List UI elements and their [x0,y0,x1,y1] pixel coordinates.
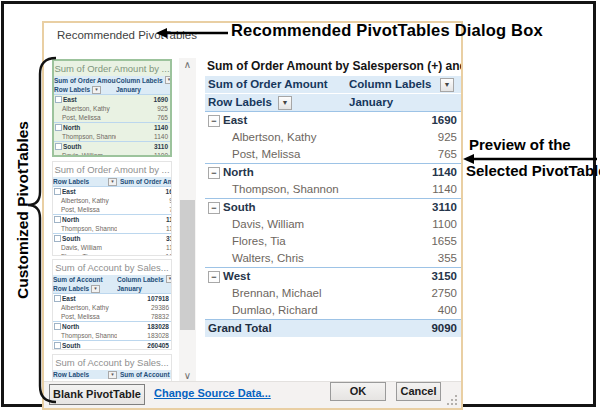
row-value: 925 [116,104,170,113]
row-value: 78832 [117,312,171,321]
row-label: West [223,268,250,285]
thumbnail-table-row: East 1690 [54,94,170,104]
thumbnail-sum-order-amount-flat[interactable]: Sum of Order Amount by ... Row Labels▾ S… [52,161,172,256]
row-value: 3150 [349,268,461,285]
row-label: Flores, Tia [61,252,91,256]
preview-table-row: −West 3150 [205,267,461,285]
collapse-icon: − [208,167,220,179]
row-value: 1140 [128,215,172,224]
row-value: 355 [349,250,461,267]
row-value: 765 [116,113,170,122]
change-source-data-link[interactable]: Change Source Data... [154,387,271,399]
curly-brace-icon [26,54,60,406]
gallery-scrollbar[interactable]: ∧ ∨ [179,58,196,384]
thumbnail-value-header: Sum of Account [120,370,171,379]
thumbnail-header-row: Row Labels▾ Sum of Order Amo [53,177,171,186]
row-value: 260405 [117,341,171,350]
thumbnail-table-row: Flores, Tia 1655 [53,252,171,256]
thumbnail-rows: East 107918 Albertson, Kathy 29386 Post,… [53,293,171,350]
dropdown-arrow-icon: ▾ [108,178,117,186]
row-value: 3110 [128,234,172,243]
thumbnail-title: Sum of Account by Sales... [53,260,171,275]
thumbnail-value-header: Sum of Order Amo [120,177,171,186]
dropdown-arrow-icon: ▾ [166,275,171,283]
right-callout-line1: Preview of the [469,136,571,153]
thumbnail-header-row: Row Labels▾ January [53,284,171,293]
row-value: 925 [128,196,172,205]
ok-button[interactable]: OK [330,382,386,401]
row-labels-header: Row Labels [208,94,272,111]
thumbnail-table-row: Thompson, Shannon 1140 [54,132,170,141]
top-callout-label: Recommended PivotTables Dialog Box [231,21,543,40]
thumbnail-month-label: January [116,85,170,94]
thumbnail-table-row: South 3110 [53,233,171,243]
row-value: 1100 [128,243,172,252]
chevron-up-icon[interactable]: ∧ [179,58,196,73]
thumbnail-sum-account-flat[interactable]: Sum of Account by Sales... Row Labels▾ S… [52,354,172,384]
row-value: 2750 [349,285,461,302]
values-corner-label: Sum of Order Amount [205,76,347,93]
cancel-button[interactable]: Cancel [396,382,441,401]
scrollbar-thumb[interactable] [180,200,195,330]
thumbnail-column-labels: Column Labels [116,76,163,85]
preview-table-row: −East 1690 [205,112,461,129]
row-value: 3110 [116,142,170,151]
thumbnail-corner-label: Sum of Order Amount [54,76,116,85]
row-label: Thompson, Shannon [61,331,117,340]
collapse-icon: − [208,202,220,214]
dropdown-arrow-icon: ▾ [165,76,170,84]
row-value: 1140 [116,123,170,132]
row-label: Albertson, Kathy [62,104,110,113]
thumbnail-rows: East 1690 Albertson, Kathy 925 Post, Mel… [54,94,170,157]
row-label: Albertson, Kathy [61,196,109,205]
thumbnail-table-row: Post, Melissa 765 [54,113,170,122]
column-labels-header: Column Labels [349,76,431,93]
row-label: East [62,187,76,196]
thumbnail-column-labels: Column Labels [117,275,164,284]
row-value: 107918 [117,294,171,303]
thumbnail-title: Sum of Account by Sales... [53,355,171,370]
preview-table-row: −Walters, Chris 355 [205,250,461,267]
recommended-pivottables-dialog: Recommended PivotTables Sum of Order Amo… [42,21,463,410]
dropdown-arrow-icon: ▾ [92,86,101,94]
preview-table-row: −Davis, William 1100 [205,216,461,233]
pivottable-preview: Sum of Order Amount by Salesperson (+) a… [205,56,461,383]
row-value: 1655 [349,233,461,250]
thumbnail-sum-order-amount-columns[interactable]: Sum of Order Amount by ... Sum of Order … [52,59,172,157]
thumbnail-table-row: East 1690 [53,186,171,196]
row-label: Post, Melissa [232,146,300,163]
row-value: 1140 [116,132,170,141]
row-value: 1100 [116,151,170,157]
row-value: 1140 [128,224,172,233]
thumbnail-title: Sum of Order Amount by ... [54,61,170,76]
row-label: East [63,95,77,104]
preview-table-row: −Grand Total 9090 [205,319,461,337]
thumbnail-month-label: January [117,284,171,293]
row-value: 29386 [117,303,171,312]
row-label: North [62,322,79,331]
row-value: 9090 [349,320,461,337]
row-label: East [223,112,247,129]
row-label: South [63,142,81,151]
thumbnail-sum-account-columns[interactable]: Sum of Account by Sales... Sum of Accoun… [52,259,172,350]
row-label: Thompson, Shannon [61,224,117,233]
row-value: 1690 [349,112,461,129]
row-label: Davis, William [232,216,304,233]
blank-pivottable-button[interactable]: Blank PivotTable [49,384,145,405]
callout-arrow-icon [462,152,598,166]
preview-table-row: −South 3110 [205,198,461,216]
preview-table-row: −North 1140 [205,163,461,181]
thumbnail-table-row: Davis, William 1100 [54,151,170,157]
row-label: East [62,294,76,303]
month-header: January [347,94,461,111]
row-label: North [62,215,79,224]
row-label: Dumlao, Richard [232,302,318,319]
thumbnail-table-row: Post, Melissa 78832 [53,312,171,321]
resize-grip-icon[interactable] [446,394,458,406]
thumbnail-header-row: Row Labels▾ Sum of Account [53,370,171,379]
row-label: Davis, William [62,151,103,157]
row-value: 1100 [349,216,461,233]
preview-table-row: −Albertson, Kathy 925 [205,129,461,146]
row-label: North [223,164,254,181]
row-label: Thompson, Shannon [62,132,116,141]
